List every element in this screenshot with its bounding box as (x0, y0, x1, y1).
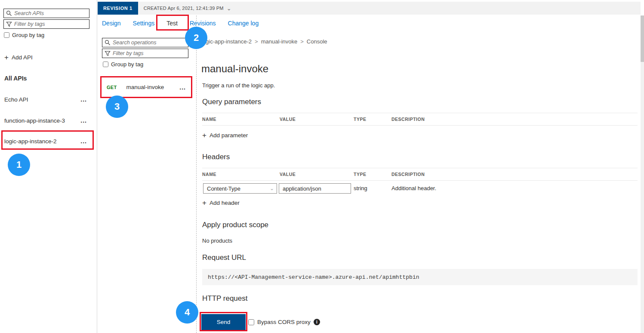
tab-settings[interactable]: Settings (133, 20, 155, 27)
product-scope-heading: Apply product scope (202, 221, 268, 229)
group-by-tag-operations[interactable]: Group by tag (103, 61, 143, 68)
group-by-tag-operations-label: Group by tag (111, 61, 143, 68)
request-url-box: https://<API-Management-service-name>.az… (202, 269, 638, 285)
filter-tags-input[interactable] (14, 21, 87, 27)
column-header-value: VALUE (280, 172, 354, 177)
breadcrumb-separator: > (255, 38, 258, 45)
group-by-tag-operations-checkbox[interactable] (103, 62, 108, 67)
filter-operations-box (102, 49, 188, 58)
method-badge-get: GET (107, 85, 117, 90)
sidebar-item-function-app-instance-3[interactable]: function-app-instance-3 ... (4, 116, 87, 125)
add-header-label: Add header (210, 200, 240, 206)
more-menu-icon[interactable]: ... (80, 139, 87, 143)
created-label: CREATED Apr 6, 2021, 12:41:39 PM (144, 6, 224, 11)
headers-heading: Headers (202, 153, 230, 161)
header-description-text: Additional header. (391, 183, 436, 194)
breadcrumb-operation[interactable]: manual-invoke (261, 38, 298, 45)
sidebar-item-logic-app-instance-2[interactable]: logic-app-instance-2 ... (4, 137, 87, 145)
step-badge-2: 2 (185, 27, 207, 49)
search-apis-box (3, 9, 89, 18)
query-parameters-table-header: NAME VALUE TYPE DESCRIPTION (202, 113, 638, 126)
bypass-cors-checkbox[interactable] (248, 319, 254, 325)
app-window: Group by tag + Add API All APIs Echo API… (0, 0, 644, 333)
sidebar-item-echo-api[interactable]: Echo API ... (4, 95, 87, 104)
add-api-button[interactable]: + Add API (4, 54, 33, 61)
filter-operations-input[interactable] (113, 50, 186, 56)
add-parameter-button[interactable]: + Add parameter (202, 132, 248, 139)
panel-divider (196, 15, 197, 333)
more-menu-icon[interactable]: ... (80, 119, 87, 122)
breadcrumb-separator: > (300, 38, 304, 45)
column-header-type: TYPE (354, 172, 391, 177)
add-api-label: Add API (12, 54, 33, 61)
tab-bar: Design Settings Test Revisions Change lo… (102, 15, 259, 31)
column-header-description: DESCRIPTION (391, 117, 638, 122)
page-title: manual-invoke (201, 63, 268, 75)
revision-badge: REVISION 1 (98, 2, 138, 15)
http-request-heading: HTTP request (202, 294, 248, 303)
search-icon (105, 40, 111, 46)
more-menu-icon[interactable]: ... (179, 86, 186, 89)
step-badge-1: 1 (8, 154, 30, 176)
column-header-type: TYPE (354, 117, 391, 122)
chevron-down-icon: ⌄ (270, 185, 274, 191)
header-value-input[interactable] (279, 183, 351, 194)
group-by-tag-sidebar[interactable]: Group by tag (4, 32, 44, 38)
all-apis-heading: All APIs (4, 75, 27, 82)
headers-table-header: NAME VALUE TYPE DESCRIPTION (202, 168, 638, 181)
api-item-label: logic-app-instance-2 (4, 138, 57, 145)
search-operations-box (102, 38, 188, 47)
product-scope-value: No products (202, 237, 232, 244)
breadcrumb-console: Console (307, 38, 327, 45)
scrollbar-track[interactable] (641, 15, 644, 333)
tab-design[interactable]: Design (102, 20, 121, 27)
chevron-down-icon[interactable]: ⌄ (227, 5, 231, 12)
bypass-cors-label: Bypass CORS proxy (257, 319, 311, 325)
info-icon[interactable]: i (314, 319, 320, 325)
header-name-combobox[interactable]: Content-Type ⌄ (203, 183, 277, 194)
add-header-button[interactable]: + Add header (202, 199, 240, 207)
search-apis-input[interactable] (14, 10, 87, 16)
column-header-description: DESCRIPTION (391, 172, 638, 177)
column-header-value: VALUE (280, 117, 354, 122)
search-operations-input[interactable] (113, 40, 186, 46)
filter-icon (6, 21, 12, 27)
search-icon (6, 10, 12, 16)
api-item-label: function-app-instance-3 (4, 117, 65, 124)
scrollbar-thumb[interactable] (641, 15, 644, 62)
tab-test[interactable]: Test (166, 20, 178, 27)
filter-icon (105, 50, 111, 56)
group-by-tag-sidebar-label: Group by tag (12, 32, 44, 38)
request-url-heading: Request URL (202, 253, 246, 262)
add-parameter-label: Add parameter (210, 132, 248, 139)
step-badge-3: 3 (106, 96, 128, 118)
breadcrumb: logic-app-instance-2 > manual-invoke > C… (201, 38, 327, 45)
filter-tags-box (3, 19, 89, 29)
api-item-label: Echo API (4, 96, 28, 103)
tab-changelog[interactable]: Change log (228, 20, 259, 27)
plus-icon: + (202, 132, 206, 139)
operation-label: manual-invoke (126, 84, 164, 90)
revision-bar: REVISION 1 CREATED Apr 6, 2021, 12:41:39… (98, 2, 641, 15)
breadcrumb-api[interactable]: logic-app-instance-2 (201, 38, 252, 45)
request-url-text: https://<API-Management-service-name>.az… (208, 274, 419, 281)
column-header-name: NAME (202, 117, 280, 122)
operation-item-manual-invoke[interactable]: GET manual-invoke ... (102, 77, 191, 97)
step-badge-4: 4 (176, 301, 198, 324)
plus-icon: + (4, 54, 9, 61)
column-header-name: NAME (202, 172, 280, 177)
header-name-value: Content-Type (207, 185, 240, 192)
plus-icon: + (202, 199, 206, 207)
header-type-text: string (354, 183, 367, 194)
send-button[interactable]: Send (201, 314, 246, 330)
operation-description: Trigger a run of the logic app. (202, 82, 275, 89)
bypass-cors-control[interactable]: Bypass CORS proxy i (248, 319, 320, 325)
query-parameters-heading: Query parameters (202, 98, 261, 106)
group-by-tag-sidebar-checkbox[interactable] (4, 32, 9, 38)
more-menu-icon[interactable]: ... (80, 98, 87, 101)
tab-revisions[interactable]: Revisions (190, 20, 216, 27)
